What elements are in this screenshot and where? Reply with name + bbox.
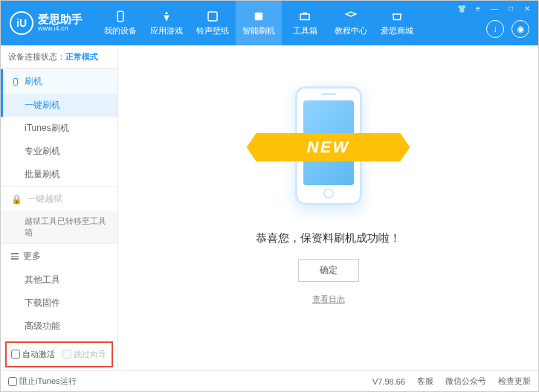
nav-label: 铃声壁纸 [196,25,229,36]
flash-icon [251,10,266,23]
device-icon [113,10,128,23]
app-title: 爱思助手 [38,13,83,26]
svg-rect-1 [208,12,217,21]
sidebar-item-oneclick-flash[interactable]: 一键刷机 [1,94,117,117]
sidebar-item-other-tools[interactable]: 其他工具 [1,269,117,292]
status-value: 正常模式 [65,52,98,61]
top-nav: 我的设备 应用游戏 铃声壁纸 智能刷机 工具箱 教程中心 [97,1,420,45]
tutorial-icon [343,10,358,23]
store-icon [390,10,404,23]
nav-label: 工具箱 [293,25,317,36]
section-label: 刷机 [25,75,42,88]
nav-label: 教程中心 [335,25,367,36]
nav-ringtones[interactable]: 铃声壁纸 [190,1,236,45]
success-illustration: NEW [262,75,396,216]
nav-label: 应用游戏 [150,25,183,36]
section-label: 更多 [23,250,41,263]
footer-link-update[interactable]: 检查更新 [498,376,531,387]
checkbox-label: 跳过向导 [74,349,106,360]
sidebar-item-pro-flash[interactable]: 专业刷机 [1,140,117,163]
menu-icon[interactable]: ≡ [473,4,483,13]
minimize-icon[interactable]: — [489,4,500,13]
sidebar-item-advanced[interactable]: 高级功能 [1,315,117,338]
jailbreak-note: 越狱工具已转移至工具箱 [1,211,117,243]
version-label: V7.98.66 [372,377,405,386]
logo: iU 爱思助手 www.i4.cn [10,11,83,35]
footer-link-support[interactable]: 客服 [417,376,433,387]
nav-label: 爱思商城 [381,25,413,36]
hamburger-icon [11,253,19,260]
logo-icon: iU [10,11,33,35]
close-icon[interactable]: ✕ [522,4,532,13]
checkbox-block-itunes[interactable]: 阻止iTunes运行 [8,376,77,387]
checkbox-input[interactable] [11,350,20,359]
nav-store[interactable]: 爱思商城 [374,1,420,45]
ok-button[interactable]: 确定 [298,259,359,282]
footer: 阻止iTunes运行 V7.98.66 客服 微信公众号 检查更新 [1,370,538,391]
window-controls: 👕 ≡ — □ ✕ [456,4,532,13]
maximize-icon[interactable]: □ [506,4,516,13]
nav-smart-flash[interactable]: 智能刷机 [236,1,282,45]
nav-label: 智能刷机 [242,25,275,36]
sidebar-section-flash[interactable]: 刷机 [1,69,117,94]
user-icon[interactable]: ◉ [511,20,529,38]
svg-rect-4 [14,78,18,85]
nav-tutorials[interactable]: 教程中心 [328,1,374,45]
checkbox-auto-activate[interactable]: 自动激活 [11,349,55,360]
success-message: 恭喜您，保资料刷机成功啦！ [256,231,401,245]
main-content: NEW 恭喜您，保资料刷机成功啦！ 确定 查看日志 [118,45,538,370]
checkbox-label: 自动激活 [22,349,55,360]
checkbox-label: 阻止iTunes运行 [19,376,77,387]
skin-icon[interactable]: 👕 [456,4,467,13]
download-icon[interactable]: ↓ [486,20,504,38]
svg-rect-0 [117,11,123,22]
checkbox-input[interactable] [62,350,71,359]
section-label: 一键越狱 [27,193,62,205]
phone-icon [11,77,20,86]
svg-rect-2 [255,13,263,21]
sidebar-section-more[interactable]: 更多 [1,244,117,269]
nav-my-device[interactable]: 我的设备 [97,1,143,45]
sidebar-item-batch-flash[interactable]: 批量刷机 [1,163,117,186]
nav-label: 我的设备 [104,25,137,36]
app-header: iU 爱思助手 www.i4.cn 我的设备 应用游戏 铃声壁纸 智能刷机 [1,1,538,45]
sidebar: 设备连接状态：正常模式 刷机 一键刷机 iTunes刷机 专业刷机 批量刷机 🔒… [1,45,118,370]
new-ribbon: NEW [247,133,410,161]
sidebar-item-download-firmware[interactable]: 下载固件 [1,292,117,315]
options-highlighted: 自动激活 跳过向导 [5,341,113,367]
app-subtitle: www.i4.cn [38,25,83,33]
wallpaper-icon [205,10,220,23]
sidebar-section-jailbreak[interactable]: 🔒 一键越狱 [1,187,117,211]
device-status: 设备连接状态：正常模式 [1,45,117,69]
nav-apps[interactable]: 应用游戏 [143,1,190,45]
svg-rect-3 [300,14,309,20]
apps-icon [159,10,174,23]
nav-toolbox[interactable]: 工具箱 [282,1,328,45]
checkbox-skip-guide[interactable]: 跳过向导 [62,349,106,360]
sidebar-item-itunes-flash[interactable]: iTunes刷机 [1,117,117,140]
view-log-link[interactable]: 查看日志 [312,294,345,305]
status-label: 设备连接状态： [8,52,65,61]
checkbox-input[interactable] [8,377,17,386]
toolbox-icon [297,10,312,23]
footer-link-wechat[interactable]: 微信公众号 [445,376,486,387]
lock-icon: 🔒 [11,194,22,205]
